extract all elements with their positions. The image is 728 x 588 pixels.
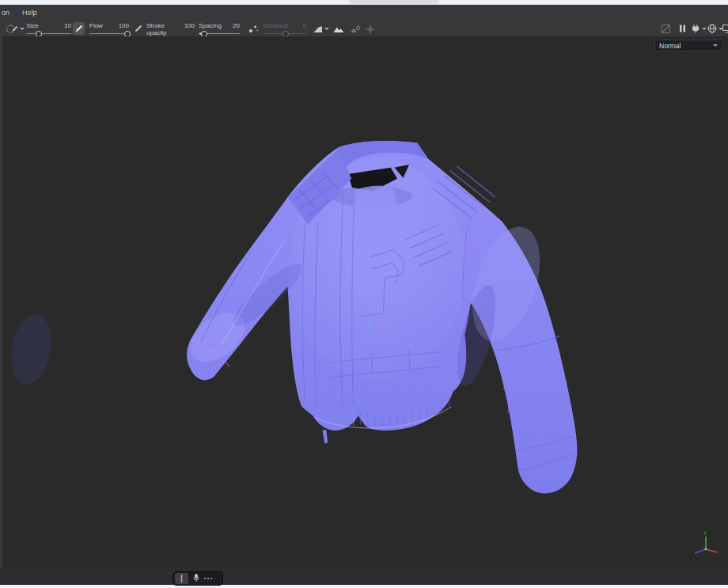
menu-item-partial[interactable]: on: [0, 9, 16, 17]
flow-slider[interactable]: Flow 100: [89, 22, 129, 35]
distance-label: Distance: [264, 22, 288, 29]
environment-button[interactable]: [707, 23, 723, 34]
menu-bar: on Help: [0, 5, 728, 21]
display-settings-icon: [722, 25, 728, 33]
stencil-button[interactable]: [349, 24, 362, 34]
tool-options-bar: Size 10 Flow 100 Stroke opacity 100: [0, 21, 728, 37]
size-slider[interactable]: Size 10: [26, 22, 71, 35]
menu-item-help[interactable]: Help: [16, 9, 44, 17]
distance-value: 0: [303, 22, 306, 29]
pen-pressure-icon: [135, 25, 142, 32]
viewport-3d[interactable]: Normal Y: [0, 36, 728, 568]
channel-dropdown[interactable]: Normal: [654, 40, 722, 51]
size-value: 10: [64, 22, 71, 29]
pause-engine-button[interactable]: [677, 24, 688, 33]
distance-slider[interactable]: Distance 0: [264, 22, 306, 35]
more-icon: [204, 578, 212, 579]
chevron-down-icon: [713, 44, 718, 47]
stencil-icon: [350, 25, 361, 33]
jacket-model-normal-map[interactable]: [0, 36, 728, 568]
microphone-icon: [193, 571, 199, 586]
spacing-value: 20: [233, 22, 240, 29]
stroke-opacity-value: 100: [184, 22, 195, 36]
voice-typing-pill[interactable]: |: [173, 571, 223, 586]
pause-engine-icon: [679, 25, 686, 32]
display-settings-button[interactable]: [722, 24, 728, 33]
mountains-icon: [333, 25, 344, 33]
desktop-edge-strip-bottom: [0, 585, 728, 588]
scatter-button[interactable]: [247, 24, 260, 34]
channel-dropdown-value: Normal: [659, 42, 681, 50]
flow-pen-pressure-button[interactable]: [132, 22, 144, 35]
size-pen-pressure-button[interactable]: [73, 22, 85, 35]
pen-pressure-icon: [75, 25, 83, 32]
spacing-label: Spacing: [199, 22, 222, 29]
brush-preset-button[interactable]: [6, 23, 25, 35]
size-label: Size: [26, 22, 39, 29]
background-window-tab: [349, 0, 439, 4]
falloff-curve-icon: [312, 25, 323, 33]
spacing-slider[interactable]: Spacing 20: [199, 22, 240, 35]
slashed-square-icon: [661, 24, 671, 34]
environment-sphere-icon: [707, 24, 717, 33]
more-options-button[interactable]: [204, 578, 212, 579]
text-caret-button[interactable]: |: [175, 573, 188, 584]
chevron-down-icon: [324, 28, 329, 30]
stroke-opacity-label: Stroke opacity: [146, 22, 184, 36]
text-caret: |: [180, 575, 183, 582]
transform-button[interactable]: [364, 24, 377, 34]
falloff-profile-button[interactable]: [312, 24, 329, 34]
axis-gizmo[interactable]: Y: [687, 529, 723, 557]
scatter-icon: [248, 25, 259, 33]
alignment-button[interactable]: [332, 24, 345, 34]
flow-label: Flow: [89, 22, 103, 29]
chevron-down-icon: [702, 28, 707, 30]
microphone-button[interactable]: [188, 571, 204, 586]
chevron-down-icon: [20, 28, 25, 30]
transform-icon: [366, 25, 375, 34]
connector-button[interactable]: [691, 23, 707, 34]
bottom-dock-strip: [0, 568, 728, 585]
axis-y-label: Y: [704, 530, 707, 536]
brush-preset-icon: [6, 24, 18, 34]
connector-icon: [691, 24, 700, 33]
slashed-square-button[interactable]: [659, 23, 672, 34]
stroke-opacity-slider[interactable]: Stroke opacity 100: [146, 22, 195, 35]
flow-value: 100: [119, 22, 129, 29]
